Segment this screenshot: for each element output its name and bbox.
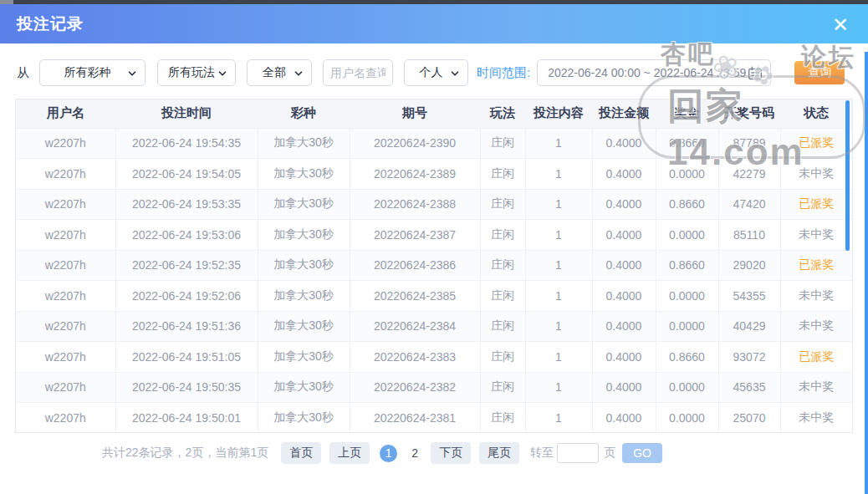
cell-issue: 20220624-2384 [350,311,480,342]
table-row: w2207h2022-06-24 19:51:36加拿大30秒20220624-… [16,311,852,342]
col-status: 状态 [780,99,852,128]
cell-issue: 20220624-2389 [350,159,480,190]
cell-play: 庄闲 [480,220,525,251]
goto-label: 转至 [530,446,554,461]
cell-username: w2207h [16,311,115,342]
cell-amount: 0.4000 [592,372,656,403]
cell-play: 庄闲 [480,342,525,373]
cell-draw: 93072 [718,342,780,373]
table-row: w2207h2022-06-24 19:54:35加拿大30秒20220624-… [16,128,852,159]
close-icon[interactable]: ✕ [828,13,853,38]
table-row: w2207h2022-06-24 19:50:01加拿大30秒20220624-… [16,403,852,434]
cell-time: 2022-06-24 19:53:06 [115,220,258,251]
cell-lottery: 加拿大30秒 [258,281,350,312]
cell-content: 1 [525,311,592,342]
cell-play: 庄闲 [480,311,525,342]
table-row: w2207h2022-06-24 19:52:35加拿大30秒20220624-… [16,250,852,281]
cell-content: 1 [525,159,592,190]
prev-page-button[interactable]: 上页 [329,442,370,464]
page-title: 投注记录 [0,13,84,35]
cell-content: 1 [525,250,592,281]
lottery-type-select[interactable]: 所有彩种 [39,59,146,86]
cell-amount: 0.4000 [592,189,656,220]
table-body: w2207h2022-06-24 19:54:35加拿大30秒20220624-… [16,128,852,433]
cell-issue: 20220624-2388 [350,189,480,220]
col-draw-number: 开奖号码 [718,99,780,128]
person-select[interactable]: 个人 [404,59,468,86]
cell-prize: 0.0000 [656,403,718,434]
table-scrollbar-thumb[interactable] [845,100,850,251]
cell-time: 2022-06-24 19:54:05 [115,159,258,190]
records-table: 用户名 投注时间 彩种 期号 玩法 投注内容 投注金额 奖金 开奖号码 状态 w… [15,99,853,433]
cell-issue: 20220624-2387 [350,220,480,251]
cell-play: 庄闲 [480,250,525,281]
col-play: 玩法 [480,99,525,128]
cell-prize: 0.0000 [656,281,718,312]
cell-lottery: 加拿大30秒 [258,250,350,281]
betting-records-modal: 投注记录 ✕ 从 所有彩种 所有玩法 全部 个人 时间范围: 2022-06-2… [0,0,868,494]
cell-draw: 54355 [718,281,780,312]
cell-prize: 0.0000 [656,159,718,190]
table-row: w2207h2022-06-24 19:51:05加拿大30秒20220624-… [16,342,852,373]
cell-draw: 47420 [718,189,780,220]
play-type-value: 所有玩法 [168,65,215,80]
cell-prize: 0.8660 [656,342,718,373]
cell-prize: 0.0000 [656,311,718,342]
page-scrollbar[interactable] [865,52,868,494]
go-button[interactable]: GO [622,443,662,463]
person-value: 个人 [420,65,443,80]
cell-status: 未中奖 [780,220,852,251]
cell-time: 2022-06-24 19:51:36 [115,311,258,342]
next-page-button[interactable]: 下页 [431,442,471,464]
cell-prize: 0.0000 [656,372,718,403]
first-page-button[interactable]: 首页 [281,442,321,464]
cell-amount: 0.4000 [592,342,656,373]
cell-status: 未中奖 [780,311,852,342]
lottery-type-value: 所有彩种 [64,65,111,80]
col-prize: 奖金 [656,99,718,128]
col-bet-content: 投注内容 [525,99,592,128]
scope-select[interactable]: 全部 [247,59,312,86]
cell-username: w2207h [16,250,115,281]
from-label: 从 [17,65,29,81]
cell-prize: 0.8660 [656,128,718,159]
time-range-input[interactable]: 2022-06-24 00:00 ~ 2022-06-24 23:59 [537,59,771,86]
cell-prize: 0.0000 [656,220,718,251]
scope-value: 全部 [263,65,286,80]
cell-amount: 0.4000 [592,250,656,281]
search-button[interactable]: 查询 [794,61,845,84]
cell-status: 未中奖 [780,159,852,190]
page-number-1[interactable]: 1 [380,445,397,462]
cell-status: 未中奖 [780,403,852,434]
goto-page-input[interactable] [557,443,599,463]
cell-lottery: 加拿大30秒 [258,220,350,251]
cell-content: 1 [525,189,592,220]
col-issue: 期号 [350,99,480,128]
cell-issue: 20220624-2386 [350,250,480,281]
cell-draw: 42279 [718,159,780,190]
calendar-icon [746,64,764,83]
cell-prize: 0.8660 [656,250,718,281]
cell-draw: 45635 [718,372,780,403]
cell-lottery: 加拿大30秒 [258,128,350,159]
page-number-2[interactable]: 2 [409,446,421,460]
cell-time: 2022-06-24 19:50:01 [115,403,258,434]
username-search-input[interactable] [323,59,393,86]
cell-amount: 0.4000 [592,159,656,190]
cell-amount: 0.4000 [592,128,656,159]
cell-play: 庄闲 [480,159,525,190]
cell-amount: 0.4000 [592,281,656,312]
play-type-select[interactable]: 所有玩法 [157,59,236,86]
cell-content: 1 [525,281,592,312]
cell-content: 1 [525,128,592,159]
last-page-button[interactable]: 尾页 [479,442,519,464]
cell-username: w2207h [16,342,115,373]
cell-status: 已派奖 [780,128,852,159]
cell-issue: 20220624-2385 [350,281,480,312]
cell-username: w2207h [16,403,115,434]
cell-play: 庄闲 [480,128,525,159]
cell-time: 2022-06-24 19:52:35 [115,250,258,281]
time-range-value: 2022-06-24 00:00 ~ 2022-06-24 23:59 [548,66,746,79]
cell-time: 2022-06-24 19:53:35 [115,189,258,220]
cell-content: 1 [525,220,592,251]
